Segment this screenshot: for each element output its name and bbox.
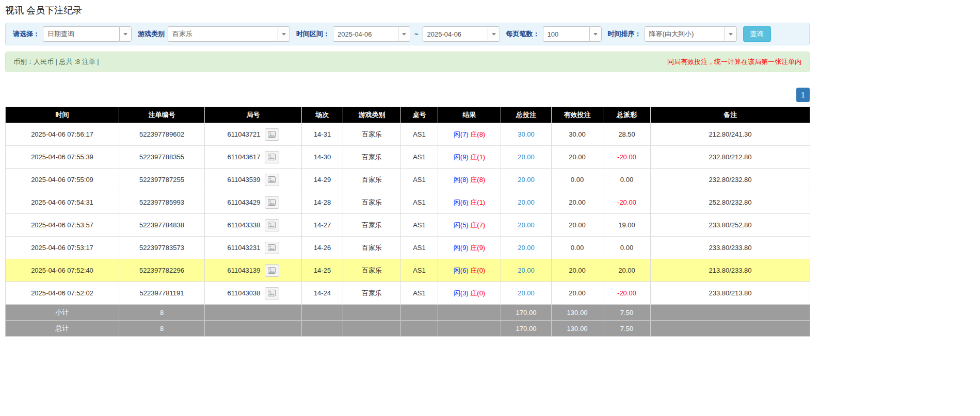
column-header: 有效投注 [552,107,603,123]
total-bet-link[interactable]: 20.00 [518,244,535,252]
page-size-dropdown-button[interactable] [589,26,602,42]
result-banker: 庄(0) [470,267,485,274]
cell-valid-bet: 20.00 [552,282,603,305]
round-number: 611043038 [227,289,260,297]
result-banker: 庄(7) [470,221,485,229]
cell-time: 2025-04-06 07:52:02 [6,282,119,305]
total-bet-link[interactable]: 20.00 [518,267,535,274]
date-from-combo [333,26,410,42]
pagination-page-1-button[interactable]: 1 [796,88,810,102]
view-result-image-button[interactable] [265,242,279,254]
filter-bar: 请选择： 游戏类别 时间区间： ~ 每页笔数： 时间排序： [5,23,810,45]
total-bet-link[interactable]: 20.00 [518,198,535,206]
chevron-down-icon [593,33,598,36]
cell-result: 闲(5) 庄(7) [438,214,501,237]
view-result-image-button[interactable] [265,264,279,277]
view-result-image-button[interactable] [265,151,279,163]
column-header: 总投注 [501,107,552,123]
cell-table-number: AS1 [401,282,438,305]
cell-bet-id: 522397782296 [119,259,205,282]
cell-bet-id: 522397785993 [119,191,205,214]
result-player: 闲(3) [454,289,469,297]
sort-combo [645,26,737,42]
sort-input[interactable] [645,26,725,42]
image-icon [268,244,276,251]
result-banker: 庄(8) [470,176,485,184]
cell-total-bet: 20.00 [501,282,552,305]
date-to-input[interactable] [423,26,488,42]
page-size-input[interactable] [543,26,589,42]
footer-empty [651,305,810,321]
footer-empty [205,321,302,337]
round-number: 611043139 [227,267,260,274]
cell-total-bet: 20.00 [501,146,552,169]
cell-note: 232.80/232.80 [651,169,810,191]
cell-result: 闲(6) 庄(0) [438,259,501,282]
summary-bar: 币别：人民币 | 总共 :8 注单 | 同局有效投注，统一计算在该局第一张注单内 [5,52,810,72]
footer-total-bet: 170.00 [501,305,552,321]
view-result-image-button[interactable] [265,174,279,186]
page-size-combo [543,26,602,42]
cell-time: 2025-04-06 07:55:39 [6,146,119,169]
footer-empty [438,305,501,321]
cell-time: 2025-04-06 07:53:17 [6,237,119,259]
chevron-down-icon [282,33,286,36]
cell-table-number: AS1 [401,123,438,146]
view-result-image-button[interactable] [265,196,279,209]
cell-payout: 19.00 [603,214,651,237]
cell-session: 14-28 [302,191,343,214]
view-result-image-button[interactable] [265,128,279,141]
footer-empty [401,305,438,321]
result-banker: 庄(1) [470,198,485,206]
sort-dropdown-button[interactable] [725,26,737,42]
cell-result: 闲(8) 庄(8) [438,169,501,191]
game-type-input[interactable] [168,26,278,42]
total-bet-link[interactable]: 30.00 [518,130,535,138]
cell-result: 闲(3) 庄(0) [438,282,501,305]
cell-table-number: AS1 [401,237,438,259]
table-footer: 小计8170.00130.007.50总计8170.00130.007.50 [6,305,810,337]
cell-time: 2025-04-06 07:56:17 [6,123,119,146]
cell-game-type: 百家乐 [343,123,401,146]
chevron-down-icon [123,33,127,36]
cell-session: 14-25 [302,259,343,282]
date-to-dropdown-button[interactable] [488,26,500,42]
game-type-dropdown-button[interactable] [278,26,290,42]
cell-total-bet: 20.00 [501,169,552,191]
page-container: 视讯 会员下注纪录 请选择： 游戏类别 时间区间： ~ 每页笔数： 时间排序： [5,0,810,337]
column-header: 场次 [302,107,343,123]
date-from-dropdown-button[interactable] [398,26,410,42]
round-number: 611043721 [227,130,260,138]
cell-note: 233.80/233.80 [651,237,810,259]
summary-currency-count: 币别：人民币 | 总共 :8 注单 | [13,57,99,66]
cell-total-bet: 30.00 [501,123,552,146]
total-bet-link[interactable]: 20.00 [518,153,535,161]
cell-session: 14-31 [302,123,343,146]
cell-table-number: AS1 [401,259,438,282]
chevron-down-icon [492,33,496,36]
pagination: 1 [5,88,810,102]
footer-count: 8 [119,305,205,321]
cell-note: 232.80/212.80 [651,146,810,169]
query-type-input[interactable] [43,26,119,42]
total-bet-link[interactable]: 20.00 [518,176,535,184]
summary-notice: 同局有效投注，统一计算在该局第一张注单内 [667,57,801,66]
view-result-image-button[interactable] [265,219,279,231]
total-bet-link[interactable]: 20.00 [518,289,535,297]
date-from-input[interactable] [333,26,398,42]
query-type-combo [43,26,132,42]
chevron-down-icon [402,33,406,36]
view-result-image-button[interactable] [265,287,279,299]
footer-label: 小计 [6,305,119,321]
cell-payout: -20.00 [603,191,651,214]
column-header: 备注 [651,107,810,123]
image-icon [268,154,276,160]
cell-session: 14-24 [302,282,343,305]
cell-round-id: 611043429 [205,191,302,214]
search-button[interactable]: 查询 [743,26,771,42]
query-type-dropdown-button[interactable] [119,26,132,42]
cell-note: 252.80/232.80 [651,191,810,214]
table-row: 2025-04-06 07:56:17522397789602611043721… [6,123,810,146]
column-header: 局号 [205,107,302,123]
total-bet-link[interactable]: 20.00 [518,221,535,229]
